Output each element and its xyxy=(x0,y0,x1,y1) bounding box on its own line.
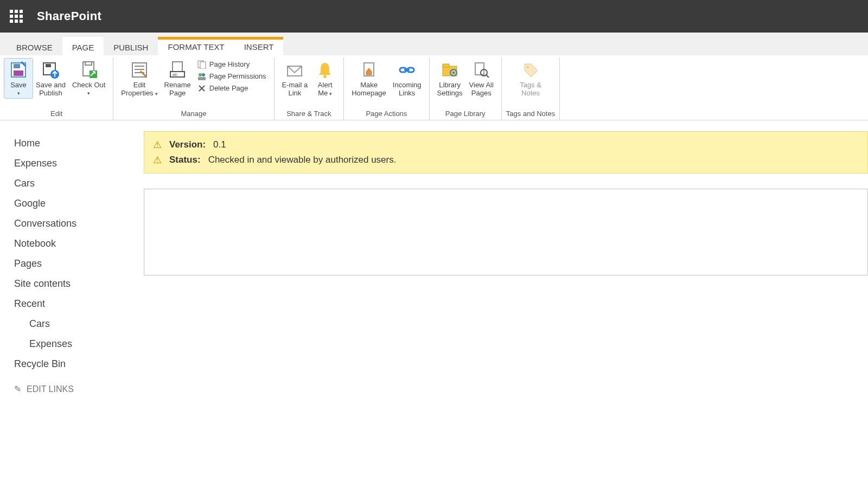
warning-icon: ⚠ xyxy=(153,139,162,151)
ribbon-group-manage: Edit Properties ▾ ab Rename Page Pag xyxy=(113,57,274,120)
svg-rect-19 xyxy=(198,77,206,80)
nav-notebook[interactable]: Notebook xyxy=(14,234,138,254)
svg-point-29 xyxy=(452,72,455,74)
save-icon xyxy=(9,61,28,79)
svg-rect-27 xyxy=(443,64,449,67)
view-all-icon xyxy=(472,61,490,79)
ribbon-group-share: E-mail a Link Alert Me ▾ Share & Track xyxy=(275,57,344,120)
svg-rect-26 xyxy=(443,66,457,76)
ribbon-group-library: Library Settings View All Pages Page Lib… xyxy=(430,57,502,120)
ribbon-group-tags: Tags & Notes Tags and Notes xyxy=(502,57,560,120)
nav-google[interactable]: Google xyxy=(14,194,138,214)
version-value: 0.1 xyxy=(213,139,226,150)
nav-recent-cars[interactable]: Cars xyxy=(14,314,138,334)
tags-icon xyxy=(521,61,540,79)
tab-insert[interactable]: INSERT xyxy=(234,37,284,55)
tab-browse[interactable]: BROWSE xyxy=(7,37,62,55)
make-homepage-button[interactable]: Make Homepage xyxy=(348,59,390,100)
group-label-library: Page Library xyxy=(445,110,486,119)
save-and-publish-button[interactable]: Save and Publish xyxy=(33,59,69,100)
library-settings-icon xyxy=(441,61,459,79)
svg-point-18 xyxy=(202,73,205,76)
page-content-editor[interactable] xyxy=(144,189,868,275)
nav-expenses[interactable]: Expenses xyxy=(14,153,138,174)
svg-point-33 xyxy=(527,66,529,68)
svg-point-21 xyxy=(323,75,327,78)
ribbon-group-edit: Save ▾ Save and Publish Check Out ▾ Edit xyxy=(0,57,113,120)
edit-links-button[interactable]: ✎ EDIT LINKS xyxy=(14,374,138,394)
ribbon-group-actions: Make Homepage Incoming Links Page Action… xyxy=(344,57,429,120)
email-icon xyxy=(285,61,304,79)
chevron-down-icon: ▾ xyxy=(155,91,158,97)
nav-pages[interactable]: Pages xyxy=(14,254,138,274)
app-launcher-button[interactable] xyxy=(5,5,27,27)
nav-site-contents[interactable]: Site contents xyxy=(14,274,138,294)
delete-page-button[interactable]: Delete Page xyxy=(194,82,270,94)
page-history-button[interactable]: Page History xyxy=(194,59,270,70)
svg-line-32 xyxy=(486,75,489,78)
status-bar: ⚠ Version: 0.1 ⚠ Status: Checked in and … xyxy=(144,131,868,174)
app-brand: SharePoint xyxy=(37,9,101,23)
link-icon xyxy=(398,61,416,79)
save-publish-icon xyxy=(41,61,60,79)
bell-icon xyxy=(316,61,334,79)
alert-me-button[interactable]: Alert Me ▾ xyxy=(311,59,339,100)
svg-rect-4 xyxy=(46,64,51,67)
suite-bar: SharePoint xyxy=(0,0,868,33)
chevron-down-icon: ▾ xyxy=(17,91,20,96)
nav-recent[interactable]: Recent xyxy=(14,294,138,314)
incoming-links-button[interactable]: Incoming Links xyxy=(390,59,425,100)
edit-properties-icon xyxy=(130,61,149,79)
svg-text:ab: ab xyxy=(173,72,177,77)
edit-properties-button[interactable]: Edit Properties ▾ xyxy=(118,59,161,100)
svg-point-17 xyxy=(199,73,202,76)
group-label-edit: Edit xyxy=(50,110,62,119)
tab-page[interactable]: PAGE xyxy=(62,37,104,55)
rename-icon: ab xyxy=(168,61,187,79)
left-nav: Home Expenses Cars Google Conversations … xyxy=(0,120,138,394)
status-value: Checked in and viewable by authorized us… xyxy=(208,155,397,165)
ribbon: Save ▾ Save and Publish Check Out ▾ Edit xyxy=(0,55,868,120)
check-out-icon xyxy=(80,61,98,79)
nav-conversations[interactable]: Conversations xyxy=(14,214,138,234)
nav-home[interactable]: Home xyxy=(14,133,138,153)
svg-rect-16 xyxy=(200,62,206,69)
check-out-button[interactable]: Check Out ▾ xyxy=(69,59,108,98)
page-body: ⚠ Version: 0.1 ⚠ Status: Checked in and … xyxy=(138,120,868,394)
chevron-down-icon: ▾ xyxy=(87,91,90,96)
permissions-icon xyxy=(197,72,206,81)
pencil-icon: ✎ xyxy=(14,384,21,394)
status-label: Status: xyxy=(169,155,201,165)
view-all-pages-button[interactable]: View All Pages xyxy=(466,59,497,100)
home-icon xyxy=(360,61,378,79)
content-area: Home Expenses Cars Google Conversations … xyxy=(0,120,868,394)
save-label: Save xyxy=(10,81,27,89)
history-icon xyxy=(197,60,206,69)
group-label-share: Share & Track xyxy=(286,110,331,119)
group-label-manage: Manage xyxy=(181,110,206,119)
group-label-actions: Page Actions xyxy=(366,110,407,119)
tags-notes-button[interactable]: Tags & Notes xyxy=(516,59,545,100)
rename-page-button[interactable]: ab Rename Page xyxy=(161,59,194,100)
save-button[interactable]: Save ▾ xyxy=(4,59,33,98)
warning-icon: ⚠ xyxy=(153,154,162,166)
svg-rect-1 xyxy=(14,64,20,68)
waffle-icon xyxy=(10,10,23,23)
nav-recycle-bin[interactable]: Recycle Bin xyxy=(14,354,138,374)
nav-cars[interactable]: Cars xyxy=(14,174,138,194)
nav-recent-expenses[interactable]: Expenses xyxy=(14,334,138,354)
library-settings-button[interactable]: Library Settings xyxy=(434,59,466,100)
page-permissions-button[interactable]: Page Permissions xyxy=(194,70,270,82)
ribbon-tabs: BROWSE PAGE PUBLISH FORMAT TEXT INSERT xyxy=(0,33,868,55)
svg-rect-30 xyxy=(475,63,484,75)
version-label: Version: xyxy=(169,139,206,150)
chevron-down-icon: ▾ xyxy=(329,91,332,97)
delete-icon xyxy=(197,84,206,93)
svg-rect-2 xyxy=(14,70,23,76)
email-link-button[interactable]: E-mail a Link xyxy=(279,59,311,100)
tab-format-text[interactable]: FORMAT TEXT xyxy=(158,37,234,55)
group-label-tags: Tags and Notes xyxy=(506,110,555,119)
tab-publish[interactable]: PUBLISH xyxy=(104,37,158,55)
